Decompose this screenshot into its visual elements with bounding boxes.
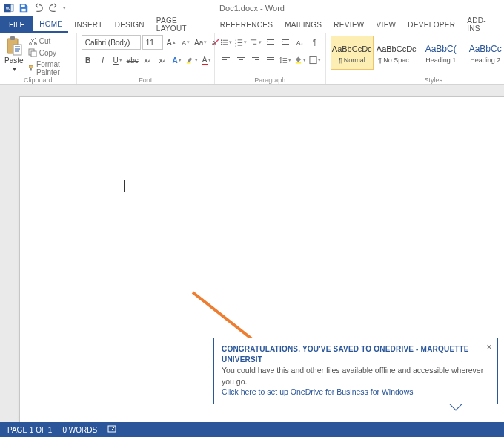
svg-rect-50: [282, 60, 287, 61]
numbering-button[interactable]: 123▾: [234, 36, 248, 49]
underline-button[interactable]: U▾: [111, 53, 125, 67]
svg-rect-36: [282, 44, 289, 45]
subscript-button[interactable]: x2: [141, 53, 154, 67]
svg-rect-3: [21, 4, 25, 7]
tab-home[interactable]: HOME: [33, 16, 68, 33]
svg-rect-34: [282, 39, 289, 40]
highlight-button[interactable]: ▾: [185, 53, 199, 67]
justify-button[interactable]: [264, 53, 277, 67]
font-size-select[interactable]: [142, 35, 163, 50]
bullets-button[interactable]: ▾: [219, 36, 233, 49]
format-painter-button[interactable]: Format Painter: [27, 59, 72, 77]
tab-addins[interactable]: ADD-INS: [461, 16, 504, 33]
svg-rect-48: [267, 62, 274, 62]
svg-rect-6: [10, 36, 15, 40]
svg-rect-12: [29, 66, 33, 68]
close-icon[interactable]: ×: [484, 341, 494, 354]
document-area[interactable]: × CONGRATULATIONS, YOU'VE SAVED TO ONEDR…: [0, 85, 504, 422]
paste-button[interactable]: Paste ▾: [4, 34, 24, 73]
spellcheck-icon[interactable]: [107, 424, 116, 435]
italic-button[interactable]: I: [96, 53, 110, 67]
tab-design[interactable]: DESIGN: [109, 16, 150, 33]
toast-link[interactable]: Click here to set up OneDrive for Busine…: [222, 387, 490, 398]
tab-page-layout[interactable]: PAGE LAYOUT: [150, 16, 214, 33]
align-left-button[interactable]: [219, 53, 233, 67]
tab-view[interactable]: VIEW: [371, 16, 402, 33]
chevron-down-icon: ▾: [13, 65, 16, 73]
decrease-indent-button[interactable]: [264, 36, 277, 49]
svg-rect-53: [310, 56, 316, 63]
svg-rect-23: [237, 39, 242, 40]
superscript-button[interactable]: x2: [156, 53, 169, 67]
status-bar: PAGE 1 OF 1 0 WORDS: [0, 422, 504, 437]
svg-rect-49: [282, 58, 287, 59]
tab-file[interactable]: FILE: [0, 16, 33, 33]
font-name-select[interactable]: [82, 35, 141, 50]
svg-text:W: W: [6, 5, 11, 10]
tab-references[interactable]: REFERENCES: [214, 16, 279, 33]
copy-button[interactable]: Copy: [27, 47, 72, 58]
multilevel-list-button[interactable]: ▾: [249, 36, 262, 49]
redo-icon[interactable]: [47, 2, 59, 14]
group-styles: AaBbCcDc ¶ Normal AaBbCcDc ¶ No Spac... …: [326, 33, 504, 85]
group-label-styles: Styles: [326, 76, 504, 84]
svg-rect-17: [222, 40, 227, 41]
sort-button[interactable]: A↓: [294, 36, 307, 49]
increase-indent-button[interactable]: [279, 36, 292, 49]
svg-text:3: 3: [235, 45, 236, 47]
svg-rect-32: [269, 42, 274, 42]
window-title: Doc1.docx - Word: [219, 4, 285, 13]
group-label-paragraph: Paragraph: [215, 76, 325, 84]
style-heading1[interactable]: AaBbC( Heading 1: [420, 36, 462, 70]
undo-icon[interactable]: [33, 2, 44, 14]
svg-rect-40: [237, 57, 245, 58]
svg-point-16: [221, 39, 222, 41]
svg-rect-11: [31, 51, 36, 57]
shrink-font-button[interactable]: A▾: [179, 36, 193, 49]
status-page[interactable]: PAGE 1 OF 1: [7, 426, 52, 434]
group-font: A▴ A▾ Aa▾ A B I U▾ abc x2 x2 A▾ ▾ A▾ Fon: [77, 33, 215, 85]
cut-button[interactable]: Cut: [27, 36, 72, 46]
svg-point-18: [221, 42, 222, 43]
svg-rect-51: [282, 62, 287, 63]
svg-rect-47: [267, 59, 274, 60]
shading-button[interactable]: ▾: [294, 53, 307, 67]
paintbrush-icon: [28, 64, 34, 73]
align-right-button[interactable]: [249, 53, 262, 67]
tab-insert[interactable]: INSERT: [68, 16, 108, 33]
svg-rect-46: [267, 57, 274, 58]
svg-point-8: [29, 43, 31, 45]
show-marks-button[interactable]: ¶: [308, 36, 322, 49]
svg-rect-27: [237, 45, 242, 46]
word-app: W ▾ Doc1.docx - Word FILE HOME INSERT DE…: [0, 0, 504, 437]
tab-mailings[interactable]: MAILINGS: [279, 16, 328, 33]
line-spacing-button[interactable]: ▾: [279, 53, 292, 67]
change-case-button[interactable]: Aa▾: [194, 36, 208, 49]
tab-developer[interactable]: DEVELOPER: [402, 16, 461, 33]
svg-rect-30: [253, 44, 256, 45]
tab-review[interactable]: REVIEW: [328, 16, 370, 33]
svg-rect-7: [13, 45, 21, 55]
svg-rect-43: [252, 57, 259, 58]
copy-icon: [28, 48, 37, 57]
save-icon[interactable]: [18, 2, 30, 14]
style-heading2[interactable]: AaBbCc Heading 2: [464, 36, 504, 70]
svg-rect-4: [21, 8, 25, 11]
status-words[interactable]: 0 WORDS: [62, 426, 97, 434]
ribbon: Paste ▾ Cut Copy Format Painter: [0, 33, 504, 85]
align-center-button[interactable]: [234, 53, 248, 67]
group-label-clipboard: Clipboard: [0, 76, 76, 84]
word-app-icon: W: [3, 2, 15, 14]
style-normal[interactable]: AaBbCcDc ¶ Normal: [331, 36, 374, 70]
style-no-spacing[interactable]: AaBbCcDc ¶ No Spac...: [375, 36, 418, 70]
borders-button[interactable]: ▾: [308, 53, 322, 67]
text-effects-button[interactable]: A▾: [170, 53, 184, 67]
strikethrough-button[interactable]: abc: [126, 53, 139, 67]
bold-button[interactable]: B: [82, 53, 95, 67]
paste-label: Paste: [4, 56, 24, 65]
svg-rect-38: [222, 59, 227, 60]
font-color-button[interactable]: A▾: [200, 53, 213, 67]
svg-point-20: [221, 44, 222, 45]
qat-customize-icon[interactable]: ▾: [63, 5, 66, 11]
grow-font-button[interactable]: A▴: [165, 36, 178, 49]
